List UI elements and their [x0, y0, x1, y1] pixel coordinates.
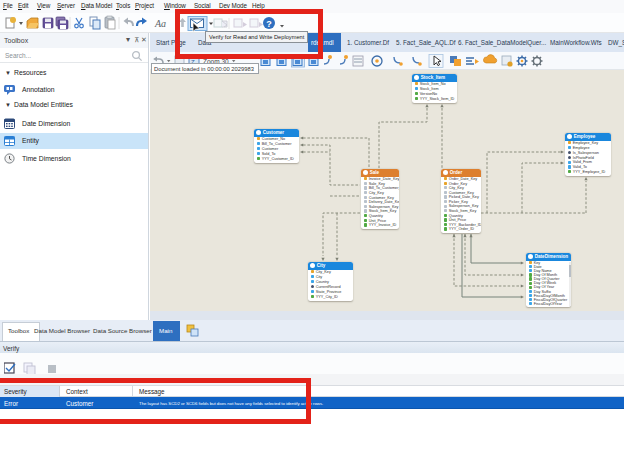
svg-text:Aa: Aa — [154, 18, 166, 29]
